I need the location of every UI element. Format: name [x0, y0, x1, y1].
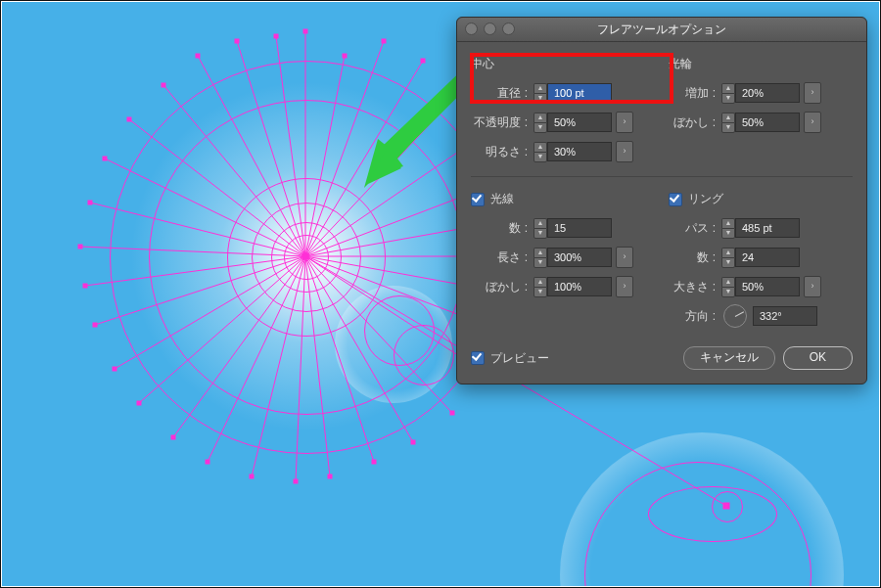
- svg-line-1: [305, 41, 384, 256]
- anchor-point[interactable]: [103, 157, 108, 161]
- anchor-point[interactable]: [127, 117, 132, 122]
- svg-line-26: [115, 256, 305, 369]
- anchor-point[interactable]: [88, 201, 93, 205]
- anchor-point[interactable]: [113, 367, 117, 372]
- anchor-point[interactable]: [328, 475, 333, 479]
- svg-line-2: [305, 90, 462, 256]
- input-ring-dir[interactable]: 332°: [753, 306, 817, 326]
- stepper-growth[interactable]: ▲▼: [721, 83, 735, 104]
- label-ray-fuzz: ぼかし :: [471, 279, 533, 295]
- minimize-icon[interactable]: [484, 23, 496, 35]
- input-opacity[interactable]: 50%: [547, 113, 612, 132]
- opacity-flyout[interactable]: ›: [616, 112, 633, 133]
- label-ring-size: 大きさ :: [669, 279, 721, 295]
- anchor-ring-center[interactable]: [723, 503, 730, 510]
- input-ray-count[interactable]: 15: [547, 218, 612, 238]
- input-ray-length[interactable]: 300%: [547, 248, 612, 267]
- stepper-ring-path[interactable]: ▲▼: [721, 218, 735, 239]
- anchor-point[interactable]: [411, 440, 416, 445]
- anchor-point[interactable]: [382, 39, 387, 44]
- label-ray-length: 長さ :: [471, 249, 533, 266]
- anchor-point[interactable]: [78, 245, 83, 249]
- stepper-diameter[interactable]: ▲▼: [533, 83, 547, 104]
- label-opacity: 不透明度 :: [471, 114, 533, 131]
- label-ray-count: 数 :: [471, 220, 533, 237]
- input-growth[interactable]: 20%: [735, 83, 800, 103]
- group-rings-title: リング: [669, 191, 853, 207]
- checkbox-preview[interactable]: [471, 351, 485, 365]
- anchor-point[interactable]: [250, 475, 255, 479]
- anchor-point[interactable]: [235, 39, 240, 44]
- ok-button[interactable]: OK: [783, 346, 853, 370]
- svg-line-10: [139, 256, 305, 403]
- dialog-title: フレアツールオプション: [597, 23, 726, 36]
- group-rays-title: 光線: [471, 191, 655, 207]
- svg-line-9: [208, 256, 305, 462]
- anchor-point[interactable]: [294, 479, 299, 484]
- anchor-point[interactable]: [206, 460, 210, 465]
- anchor-point[interactable]: [450, 411, 455, 416]
- stepper-opacity[interactable]: ▲▼: [533, 113, 547, 133]
- stepper-halo-fuzz[interactable]: ▲▼: [721, 113, 735, 133]
- anchor-point[interactable]: [274, 34, 279, 39]
- anchor-center[interactable]: [302, 253, 309, 260]
- label-ring-count: 数 :: [669, 249, 721, 266]
- input-ring-path[interactable]: 485 pt: [735, 218, 800, 238]
- ring-size-flyout[interactable]: ›: [804, 276, 821, 297]
- label-fuzz: ぼかし :: [669, 114, 721, 131]
- svg-line-22: [305, 256, 413, 442]
- svg-line-13: [105, 158, 305, 256]
- ray-length-flyout[interactable]: ›: [616, 247, 633, 268]
- checkbox-rays[interactable]: [471, 193, 485, 206]
- svg-line-29: [129, 119, 305, 256]
- input-ring-size[interactable]: 50%: [735, 277, 800, 296]
- checkbox-rings[interactable]: [669, 193, 682, 206]
- label-growth: 増加 :: [669, 85, 721, 102]
- svg-line-16: [305, 56, 345, 256]
- input-ray-fuzz[interactable]: 100%: [547, 277, 612, 296]
- stepper-ray-count[interactable]: ▲▼: [533, 218, 547, 239]
- stepper-brightness[interactable]: ▲▼: [533, 142, 547, 162]
- stepper-ray-length[interactable]: ▲▼: [533, 248, 547, 268]
- group-rings-label: リング: [688, 192, 723, 205]
- svg-line-27: [85, 256, 305, 286]
- anchor-point[interactable]: [372, 460, 377, 465]
- anchor-point[interactable]: [162, 83, 166, 88]
- svg-line-17: [305, 61, 423, 256]
- brightness-flyout[interactable]: ›: [616, 141, 633, 162]
- input-diameter[interactable]: 100 pt: [547, 83, 612, 103]
- input-halo-fuzz[interactable]: 50%: [735, 113, 800, 132]
- anchor-point[interactable]: [343, 54, 348, 59]
- anchor-point[interactable]: [93, 323, 98, 328]
- stepper-ray-fuzz[interactable]: ▲▼: [533, 277, 547, 297]
- input-brightness[interactable]: 30%: [547, 142, 612, 161]
- anchor-point[interactable]: [303, 29, 308, 34]
- group-halo-title: 光輪: [669, 56, 853, 72]
- svg-line-6: [305, 256, 452, 413]
- anchor-point[interactable]: [421, 59, 426, 64]
- anchor-point[interactable]: [83, 284, 88, 289]
- ray-fuzz-flyout[interactable]: ›: [616, 276, 633, 297]
- growth-flyout[interactable]: ›: [804, 82, 821, 104]
- label-brightness: 明るさ :: [471, 144, 533, 160]
- angle-dial[interactable]: [723, 304, 747, 328]
- svg-line-11: [95, 256, 305, 325]
- svg-line-25: [173, 256, 305, 437]
- svg-line-31: [276, 36, 305, 256]
- dialog-titlebar[interactable]: フレアツールオプション: [457, 18, 866, 42]
- cancel-button[interactable]: キャンセル: [683, 346, 775, 370]
- label-ring-dir: 方向 :: [669, 308, 721, 325]
- anchor-point[interactable]: [196, 54, 201, 59]
- divider: [471, 176, 853, 177]
- stepper-ring-size[interactable]: ▲▼: [721, 277, 735, 297]
- anchor-point[interactable]: [137, 401, 142, 406]
- input-ring-count[interactable]: 24: [735, 248, 800, 267]
- svg-line-23: [305, 256, 330, 476]
- halo-fuzz-flyout[interactable]: ›: [804, 112, 821, 133]
- group-rays-label: 光線: [490, 192, 514, 205]
- zoom-icon[interactable]: [502, 23, 515, 35]
- stepper-ring-count[interactable]: ▲▼: [721, 248, 735, 268]
- anchor-point[interactable]: [171, 435, 176, 440]
- svg-line-7: [305, 256, 374, 462]
- close-icon[interactable]: [465, 23, 478, 35]
